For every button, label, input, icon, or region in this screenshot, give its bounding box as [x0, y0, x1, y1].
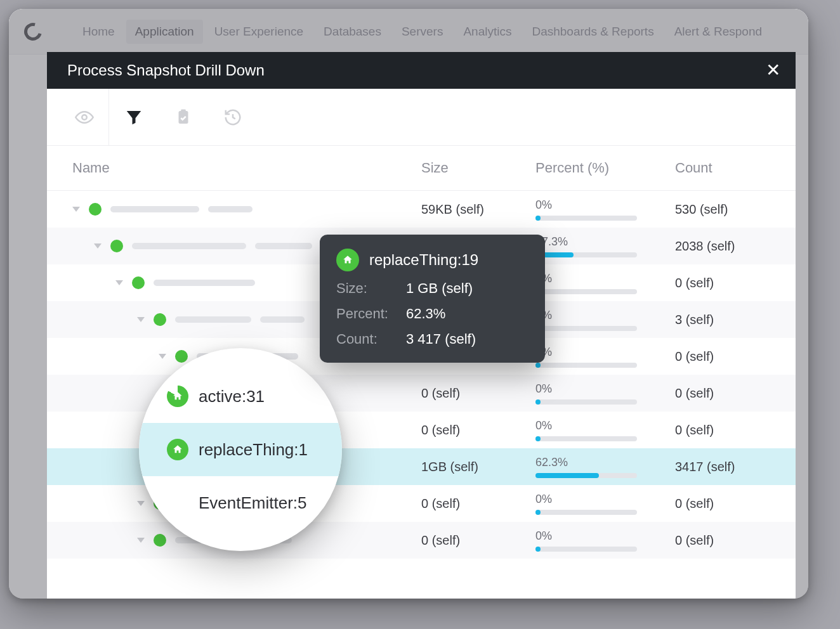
count-value: 0 (self) [675, 276, 770, 290]
percent-cell: 0% [535, 309, 675, 331]
modal-title: Process Snapshot Drill Down [67, 62, 265, 79]
placeholder-text [255, 243, 312, 249]
count-value: 0 (self) [675, 386, 770, 401]
toolbar [47, 89, 796, 146]
table-row[interactable]: 59KB (self)0%530 (self) [47, 191, 796, 228]
percent-label: 0% [535, 346, 675, 359]
chevron-down-icon[interactable] [115, 280, 123, 285]
activity-icon [167, 386, 188, 407]
svg-rect-1 [179, 111, 188, 124]
magnifier-row[interactable]: replaceThing:1 [139, 423, 342, 476]
percent-cell: 0% [535, 346, 675, 368]
percent-label: 0% [535, 493, 675, 506]
percent-label: 0% [535, 198, 675, 212]
count-value: 3417 (self) [675, 460, 770, 474]
tooltip-pct-value: 62.3% [406, 306, 528, 322]
percent-cell: 62.3% [535, 456, 675, 478]
tooltip-cnt-value: 3 417 (self) [406, 331, 528, 347]
size-value: 0 (self) [421, 386, 535, 401]
percent-label: 37.3% [535, 235, 675, 249]
tooltip: replaceThing:19 Size: 1 GB (self) Percen… [320, 235, 545, 363]
clipboard-icon[interactable] [159, 89, 208, 146]
magnifier-row[interactable]: EventEmitter:5 [139, 476, 342, 529]
modal-header: Process Snapshot Drill Down ✕ [47, 52, 796, 89]
status-dot-icon [154, 313, 166, 326]
percent-bar [535, 436, 637, 441]
percent-label: 0% [535, 419, 675, 432]
tooltip-pct-key: Percent: [336, 306, 406, 322]
percent-cell: 0% [535, 493, 675, 515]
percent-bar [535, 473, 637, 478]
eye-icon[interactable] [60, 89, 109, 146]
tooltip-size-key: Size: [336, 280, 406, 297]
count-value: 0 (self) [675, 349, 770, 364]
percent-bar [535, 399, 637, 405]
chevron-down-icon[interactable] [159, 354, 166, 359]
svg-point-0 [82, 115, 87, 120]
home-icon [336, 249, 359, 271]
placeholder-text [208, 206, 253, 212]
percent-cell: 0% [535, 529, 675, 552]
count-value: 0 (self) [675, 496, 770, 511]
chevron-down-icon[interactable] [72, 207, 80, 212]
percent-label: 0% [535, 382, 675, 396]
magnifier-row[interactable]: active:31 [139, 370, 342, 423]
percent-label: 62.3% [535, 456, 675, 469]
filter-icon[interactable] [109, 89, 159, 146]
close-icon[interactable]: ✕ [766, 62, 780, 79]
percent-label: 0% [535, 309, 675, 322]
status-dot-icon [89, 203, 102, 216]
col-size[interactable]: Size [421, 160, 535, 176]
percent-bar [535, 326, 637, 331]
status-dot-icon [154, 534, 166, 547]
count-value: 2038 (self) [675, 239, 770, 254]
size-value: 0 (self) [421, 496, 535, 511]
size-value: 0 (self) [421, 533, 535, 548]
col-count[interactable]: Count [675, 160, 770, 176]
chevron-down-icon[interactable] [137, 317, 145, 322]
table-header: Name Size Percent (%) Count [47, 146, 796, 191]
home-icon [167, 439, 188, 460]
percent-bar [535, 510, 637, 515]
count-value: 530 (self) [675, 202, 770, 217]
count-value: 3 (self) [675, 313, 770, 327]
percent-bar [535, 216, 637, 221]
magnifier: active:31replaceThing:1EventEmitter:5 [139, 348, 342, 551]
count-value: 0 (self) [675, 533, 770, 548]
percent-label: 0% [535, 529, 675, 543]
percent-cell: 0% [535, 198, 675, 221]
tooltip-size-value: 1 GB (self) [406, 280, 528, 297]
percent-cell: 0% [535, 382, 675, 405]
chevron-down-icon[interactable] [137, 501, 145, 506]
chevron-down-icon[interactable] [94, 243, 102, 249]
tooltip-title: replaceThing:19 [369, 251, 478, 269]
percent-cell: 0% [535, 272, 675, 294]
magnifier-label: active:31 [199, 387, 265, 406]
percent-bar [535, 547, 637, 552]
percent-label: 0% [535, 272, 675, 285]
placeholder-text [110, 206, 199, 212]
placeholder-text [175, 316, 251, 323]
placeholder-text [132, 243, 246, 249]
placeholder-text [154, 280, 255, 286]
col-name[interactable]: Name [72, 160, 421, 176]
size-value: 0 (self) [421, 423, 535, 438]
status-dot-icon [110, 240, 123, 252]
percent-cell: 37.3% [535, 235, 675, 257]
percent-bar [535, 363, 637, 368]
status-dot-icon [175, 350, 188, 363]
table-row[interactable]: 0 (self)0%0 (self) [47, 522, 796, 559]
status-dot-icon [132, 276, 145, 289]
size-value: 59KB (self) [421, 202, 535, 217]
percent-cell: 0% [535, 419, 675, 441]
col-percent[interactable]: Percent (%) [535, 160, 675, 176]
history-icon[interactable] [208, 89, 258, 146]
count-value: 0 (self) [675, 423, 770, 438]
tooltip-cnt-key: Count: [336, 331, 406, 347]
size-value: 1GB (self) [421, 460, 535, 474]
svg-rect-2 [181, 109, 186, 112]
chevron-down-icon[interactable] [137, 538, 145, 543]
magnifier-label: replaceThing:1 [199, 440, 308, 460]
placeholder-text [260, 316, 305, 323]
percent-bar [535, 289, 637, 294]
